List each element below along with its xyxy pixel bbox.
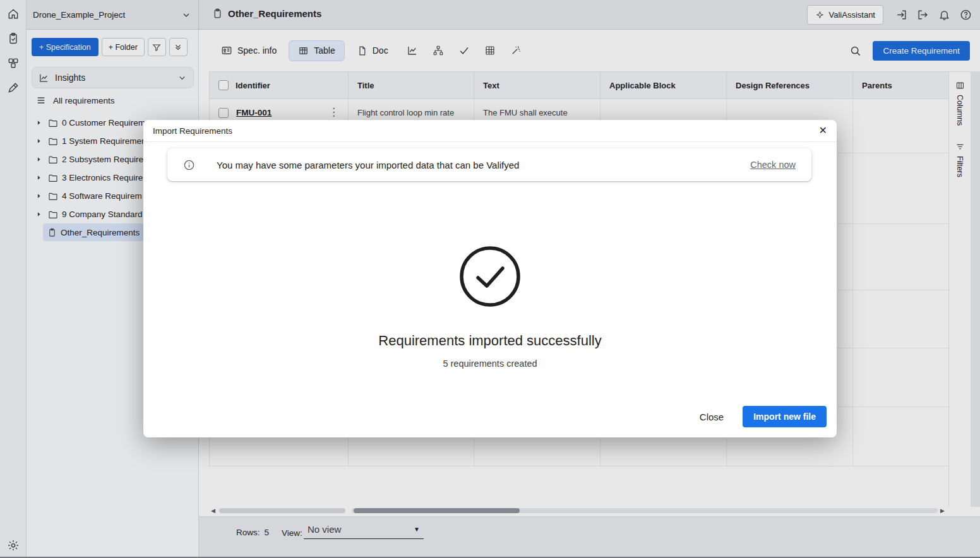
check-now-link[interactable]: Check now	[750, 160, 796, 170]
import-requirements-modal: Import Requirements ✕ You may have some …	[143, 120, 837, 437]
success-subtitle: 5 requirements created	[143, 359, 837, 369]
modal-header: Import Requirements ✕	[143, 120, 837, 142]
modal-close-button[interactable]: Close	[700, 412, 724, 422]
import-new-file-button[interactable]: Import new file	[743, 406, 827, 427]
info-icon	[183, 159, 195, 171]
success-title: Requirements imported successfully	[143, 333, 837, 349]
app-window: Drone_Example_Project + Specification + …	[0, 0, 980, 558]
close-icon[interactable]: ✕	[819, 126, 827, 136]
banner-message: You may have some parameters your import…	[217, 160, 519, 170]
modal-footer: Close Import new file	[700, 406, 827, 427]
success-check-icon	[143, 245, 837, 308]
modal-title: Import Requirements	[153, 126, 232, 136]
valify-banner: You may have some parameters your import…	[167, 148, 811, 181]
